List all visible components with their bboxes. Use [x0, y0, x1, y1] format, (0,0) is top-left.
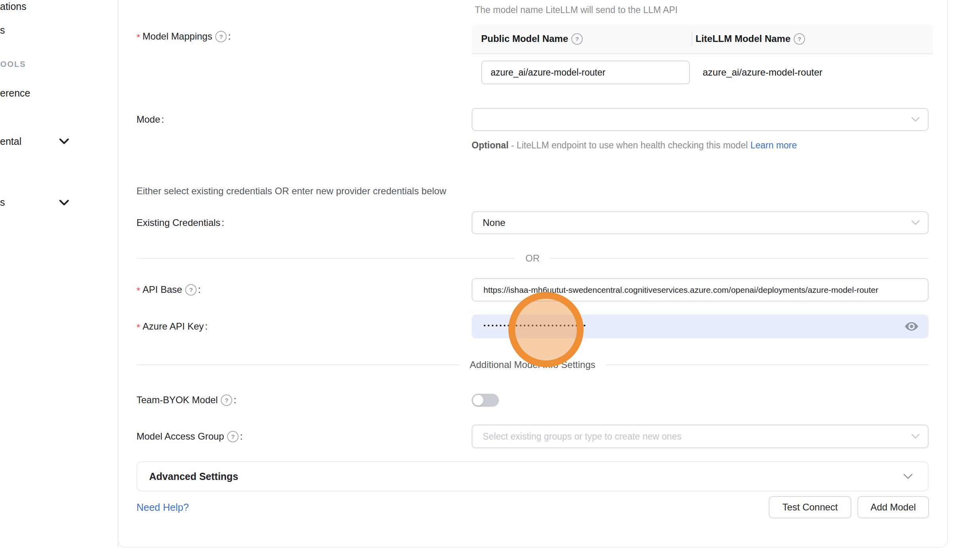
public-model-name-header: Public Model Name ? [472, 33, 692, 45]
optional-bold: Optional [472, 140, 508, 150]
existing-credentials-label: Existing Credentials : [136, 216, 224, 230]
sidebar-item[interactable]: ental [0, 136, 21, 147]
chevron-down-icon [911, 117, 920, 122]
team-byok-toggle[interactable] [472, 394, 499, 407]
or-divider: OR [136, 252, 929, 265]
help-icon[interactable]: ? [227, 431, 239, 442]
chevron-down-icon[interactable] [59, 138, 69, 145]
model-mappings-table: Public Model Name ? LiteLLM Model Name ?… [472, 24, 933, 94]
sidebar-item[interactable]: s [0, 197, 5, 208]
sidebar-item[interactable]: ations [0, 1, 27, 12]
model-mappings-table-header: Public Model Name ? LiteLLM Model Name ? [472, 24, 933, 54]
help-icon[interactable]: ? [185, 284, 197, 296]
column-divider [692, 32, 692, 46]
public-model-name-input[interactable] [481, 61, 690, 84]
chevron-down-icon[interactable] [59, 199, 69, 206]
azure-api-key-label: * Azure API Key : [136, 319, 208, 334]
required-asterisk: * [136, 32, 140, 43]
sidebar-item[interactable]: s [0, 25, 5, 36]
help-icon[interactable]: ? [215, 31, 227, 42]
existing-credentials-select[interactable]: None [472, 211, 929, 234]
advanced-settings-panel[interactable]: Advanced Settings [136, 461, 929, 491]
help-icon[interactable]: ? [221, 394, 232, 406]
sidebar-item[interactable]: erence [0, 87, 30, 99]
required-asterisk: * [136, 322, 140, 333]
required-asterisk: * [136, 285, 140, 296]
mode-helper-text: Optional - LiteLLM endpoint to use when … [472, 137, 800, 154]
help-icon[interactable]: ? [571, 33, 583, 45]
public-model-name-input-field[interactable] [482, 67, 689, 78]
add-model-button[interactable]: Add Model [857, 496, 929, 518]
model-access-group-select[interactable]: Select existing groups or type to create… [472, 425, 929, 448]
litellm-model-name-header: LiteLLM Model Name ? [692, 33, 805, 45]
learn-more-link[interactable]: Learn more [750, 140, 797, 150]
model-access-group-placeholder: Select existing groups or type to create… [472, 431, 681, 442]
eye-icon[interactable] [904, 321, 919, 332]
help-icon[interactable]: ? [794, 33, 805, 45]
model-name-helper-text: The model name LiteLLM will send to the … [475, 5, 678, 15]
chevron-down-icon [903, 474, 913, 480]
test-connect-button[interactable]: Test Connect [769, 496, 851, 518]
model-mapping-row: azure_ai/azure-model-router [472, 54, 933, 94]
mode-select[interactable] [472, 108, 929, 131]
chevron-down-icon [911, 434, 920, 439]
team-byok-label: Team-BYOK Model ? : [136, 393, 236, 407]
model-mappings-label: * Model Mappings ? : [136, 29, 231, 44]
existing-credentials-value: None [472, 217, 505, 228]
need-help-link[interactable]: Need Help? [136, 502, 189, 513]
advanced-settings-label: Advanced Settings [149, 471, 238, 482]
api-base-label: * API Base ? : [136, 283, 201, 297]
mode-label: Mode : [136, 112, 164, 127]
litellm-model-name-value: azure_ai/azure-model-router [703, 61, 823, 84]
add-model-page: ations s TOOLS erence ental s The model … [0, 0, 980, 548]
click-indicator-circle [508, 292, 584, 367]
chevron-down-icon [911, 220, 920, 226]
toggle-knob [473, 395, 483, 406]
sidebar-section-tools: TOOLS [0, 60, 26, 69]
model-access-group-label: Model Access Group ? : [136, 429, 243, 444]
credentials-note: Either select existing credentials OR en… [136, 186, 446, 197]
